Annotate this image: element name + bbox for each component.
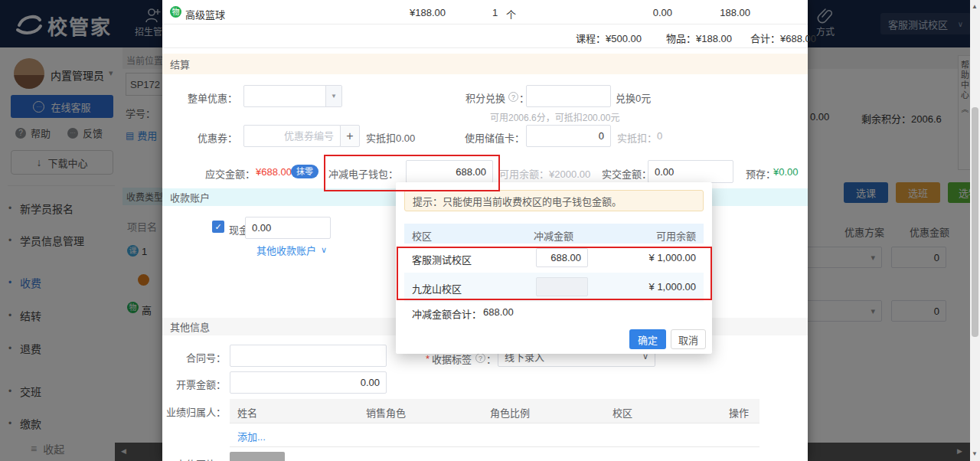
select-arrow-box[interactable]: ▼ — [325, 86, 341, 106]
performance-table: 姓名 销售角色 角色比例 校区 操作 添加... — [230, 399, 760, 447]
performance-table-row: 添加... — [230, 423, 760, 447]
receipt-tag-required: * — [426, 353, 430, 365]
coupon-input[interactable] — [243, 125, 341, 147]
invoice-amount-label: 开票金额： — [168, 377, 226, 391]
popup-tip-text: 提示：只能使用当前收费校区的电子钱包金额。 — [413, 194, 622, 208]
contract-no-label: 合同号： — [168, 350, 226, 365]
item-unit: 个 — [506, 7, 516, 21]
coupon-label: 优惠券： — [168, 130, 237, 145]
chevron-down-icon: ∨ — [321, 245, 327, 255]
stored-deduct-label: 实抵扣： — [617, 130, 657, 145]
question-icon[interactable]: ? — [508, 92, 518, 102]
cash-checkbox[interactable]: ✓ — [212, 221, 224, 233]
popup-col-campus: 校区 — [412, 228, 432, 243]
goods-badge-icon: 物 — [170, 6, 181, 18]
other-accounts-label: 其他收款账户 — [256, 243, 316, 257]
coupon-add-button[interactable]: + — [340, 125, 360, 147]
summary-goods: 物品：¥188.00 — [666, 31, 732, 45]
other-accounts-link[interactable]: 其他收款账户 ∨ — [256, 243, 327, 257]
stored-deduct-value: 0 — [657, 130, 662, 142]
popup-total-label: 冲减金额合计： — [412, 306, 482, 321]
annotation-popup-rows — [397, 247, 712, 300]
item-amount: 188.00 — [698, 7, 750, 18]
points-exchange-result: 兑换0元 — [616, 90, 651, 105]
coupon-deduct: 实抵扣0.00 — [366, 130, 415, 145]
col-role: 销售角色 — [366, 405, 406, 420]
question-icon[interactable]: ? — [475, 353, 485, 363]
stored-card-label: 使用储值卡： — [458, 130, 524, 145]
points-hint: 可用2006.6分，可抵扣200.00元 — [490, 110, 619, 123]
scroll-up-icon[interactable]: ▲ — [972, 3, 978, 10]
scroll-down-icon[interactable]: ▼ — [972, 450, 978, 457]
popup-tip: 提示：只能使用当前收费校区的电子钱包金额。 — [404, 190, 704, 211]
upload-image-label: 上传图片： — [168, 456, 226, 461]
summary-total: 合计：¥688.00 — [750, 31, 816, 45]
select-arrow-icon: ▼ — [331, 93, 337, 100]
item-name: 高级篮球 — [185, 7, 225, 21]
popup-table-header: 校区 冲减金额 可用余额 — [404, 224, 704, 244]
actual-amount-input[interactable] — [648, 160, 733, 183]
payable-value: ¥688.00 — [256, 166, 292, 178]
points-exchange-input[interactable] — [526, 85, 611, 107]
round-off-badge[interactable]: 抹零 — [291, 165, 318, 178]
add-owner-link[interactable]: 添加... — [237, 429, 266, 443]
cash-input[interactable] — [245, 217, 331, 239]
settlement-section-header: 结算 — [162, 54, 808, 74]
order-item-row: 物 高级篮球 ¥188.00 1 个 0.00 188.00 — [162, 0, 808, 25]
upload-image-button[interactable] — [230, 452, 285, 461]
vertical-scrollbar[interactable]: ▲ ▼ — [970, 0, 980, 461]
cancel-button[interactable]: 取消 — [671, 329, 706, 349]
whole-discount-label: 整单优惠： — [168, 90, 237, 105]
item-price: ¥188.00 — [369, 7, 446, 18]
wallet-available: 可用余额：¥2000.00 — [499, 166, 590, 181]
points-exchange-label: 积分兑换 — [466, 90, 505, 105]
payable-label: 应交金额： — [205, 166, 255, 181]
whole-discount-select[interactable]: ▼ — [243, 85, 342, 107]
scrollbar-thumb[interactable] — [972, 107, 978, 337]
col-ratio: 角色比例 — [490, 405, 530, 420]
popup-total-value: 688.00 — [483, 306, 514, 321]
col-name: 姓名 — [237, 405, 257, 420]
item-discount: 0.00 — [622, 7, 672, 18]
col-campus: 校区 — [612, 405, 632, 420]
col-action: 操作 — [729, 405, 749, 420]
summary-course: 课程：¥500.00 — [576, 31, 642, 45]
annotation-wallet-field — [324, 155, 500, 191]
performance-table-header: 姓名 销售角色 角色比例 校区 操作 — [230, 399, 760, 423]
popup-col-balance: 可用余额 — [656, 228, 696, 243]
confirm-button[interactable]: 确定 — [629, 329, 666, 349]
stored-card-input[interactable] — [526, 125, 611, 147]
presave-value: ¥0.00 — [773, 166, 799, 178]
item-qty: 1 — [492, 7, 498, 18]
actual-amount-label: 实交金额： — [602, 166, 652, 181]
contract-no-input[interactable] — [230, 345, 387, 367]
performance-owner-label: 业绩归属人： — [165, 404, 226, 419]
screen: 校管家 招生管理 方式 客服测试校区 ∨ — [0, 0, 980, 461]
presave-label: 预存： — [746, 166, 776, 181]
popup-total: 冲减金额合计： 688.00 — [412, 306, 514, 321]
order-summary-row: 课程：¥500.00 物品：¥188.00 合计：¥688.00 — [162, 24, 808, 48]
invoice-amount-input[interactable] — [230, 371, 387, 394]
popup-col-amount: 冲减金额 — [511, 228, 596, 243]
